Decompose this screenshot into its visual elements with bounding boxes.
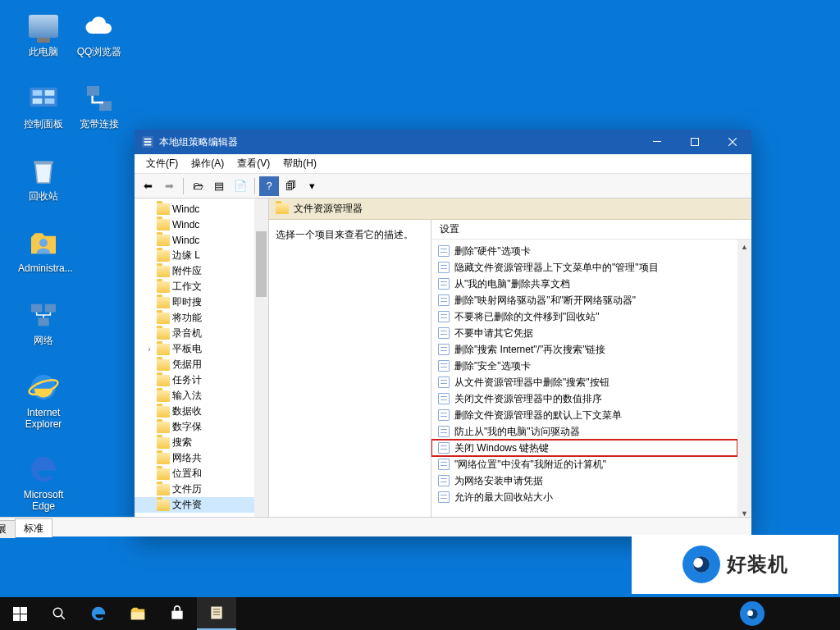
tree-item[interactable]: 数字保 — [135, 419, 254, 435]
policy-row[interactable]: 从文件资源管理器中删除"搜索"按钮 — [431, 374, 737, 390]
properties-button[interactable]: 🗐 — [281, 176, 300, 196]
taskbar-edge[interactable] — [79, 597, 118, 630]
back-button[interactable]: ⬅ — [138, 176, 158, 196]
policy-label: "网络位置"中没有"我附近的计算机" — [454, 458, 606, 472]
tree-scrollbar[interactable] — [254, 199, 268, 520]
desktop-icon-edge[interactable]: Microsoft Edge — [18, 453, 69, 512]
export-button[interactable]: 📄 — [231, 176, 250, 196]
desktop-icon-label: 宽带连接 — [74, 118, 125, 130]
tree-item[interactable]: 任务计 — [135, 372, 254, 388]
minimize-button[interactable] — [638, 130, 676, 154]
taskbar-explorer[interactable] — [118, 597, 158, 630]
desktop-icon-recycle-bin[interactable]: 回收站 — [18, 154, 69, 202]
tree-item-label: 平板电 — [172, 342, 202, 356]
policy-row[interactable]: 为网络安装申请凭据 — [431, 472, 737, 489]
policy-row[interactable]: 删除"安全"选项卡 — [431, 358, 737, 374]
tree-item[interactable]: 边缘 L — [135, 248, 254, 263]
description-prompt: 选择一个项目来查看它的描述。 — [276, 228, 424, 242]
path-header: 文件资源管理器 — [269, 199, 751, 220]
desktop-icon-this-pc[interactable]: 此电脑 — [18, 10, 69, 57]
menu-help[interactable]: 帮助(H) — [276, 155, 323, 172]
tree-item[interactable]: 输入法 — [135, 388, 254, 404]
menu-action[interactable]: 操作(A) — [185, 155, 231, 172]
policy-label: 关闭文件资源管理器中的数值排序 — [454, 392, 602, 406]
scrollbar-thumb[interactable] — [256, 231, 267, 297]
policy-row[interactable]: 删除"搜索 Internet"/"再次搜索"链接 — [431, 341, 737, 358]
policy-icon — [438, 393, 450, 404]
svg-rect-23 — [213, 609, 220, 609]
edge-icon — [27, 453, 60, 486]
show-hide-tree-button[interactable]: ▤ — [209, 176, 229, 196]
desktop-icon-administrator[interactable]: Administra... — [18, 226, 69, 274]
start-button[interactable] — [0, 597, 39, 630]
policy-row[interactable]: 隐藏文件资源管理器上下文菜单中的"管理"项目 — [431, 259, 737, 276]
tree-item[interactable]: 位置和 — [135, 466, 254, 482]
tree-item[interactable]: 数据收 — [135, 404, 254, 419]
list-header[interactable]: 设置 — [431, 220, 751, 240]
watermark-text: 好装机 — [727, 551, 788, 578]
tree-item[interactable]: 工作文 — [135, 279, 254, 294]
policy-row[interactable]: 从"我的电脑"删除共享文档 — [431, 276, 737, 292]
policy-row[interactable]: 删除文件资源管理器的默认上下文菜单 — [431, 407, 737, 423]
policy-row[interactable]: 关闭 Windows 键热键 — [431, 440, 737, 456]
tree-item-label: 数字保 — [172, 420, 202, 434]
search-button[interactable] — [39, 597, 79, 630]
policy-label: 从"我的电脑"删除共享文档 — [454, 277, 570, 291]
policy-icon — [438, 409, 450, 421]
folder-icon — [157, 500, 170, 511]
policy-label: 允许的最大回收站大小 — [454, 491, 553, 504]
help-button[interactable]: ? — [259, 176, 279, 196]
svg-rect-21 — [131, 612, 145, 619]
policy-row[interactable]: 不要将已删除的文件移到"回收站" — [431, 308, 737, 325]
folder-icon — [157, 406, 170, 418]
desktop-icon-network[interactable]: 网络 — [18, 299, 69, 346]
titlebar[interactable]: 本地组策略编辑器 — [135, 130, 751, 154]
tree-item[interactable]: 即时搜 — [135, 294, 254, 310]
svg-rect-22 — [211, 607, 221, 619]
tree-item[interactable]: 搜索 — [135, 435, 254, 450]
taskbar-store[interactable] — [158, 597, 197, 630]
svg-point-20 — [53, 608, 62, 617]
taskbar-gpedit[interactable] — [197, 597, 236, 630]
policy-icon — [438, 360, 450, 372]
tree-item[interactable]: 将功能 — [135, 310, 254, 326]
policy-row[interactable]: 删除"硬件"选项卡 — [431, 243, 737, 259]
desktop-icon-qq-browser[interactable]: QQ浏览器 — [74, 10, 125, 57]
policy-label: 删除"搜索 Internet"/"再次搜索"链接 — [454, 343, 605, 357]
tree-item[interactable]: Windc — [135, 217, 254, 232]
svg-rect-15 — [144, 139, 152, 140]
tree-item[interactable]: 文件历 — [135, 482, 254, 497]
tree-item[interactable]: 凭据用 — [135, 357, 254, 372]
policy-row[interactable]: 关闭文件资源管理器中的数值排序 — [431, 390, 737, 407]
tree-item[interactable]: Windc — [135, 232, 254, 248]
tree-item[interactable]: ›平板电 — [135, 341, 254, 357]
tree-item[interactable]: Windc — [135, 201, 254, 217]
tree-item[interactable]: 网络共 — [135, 450, 254, 466]
svg-rect-11 — [38, 317, 48, 326]
up-button[interactable]: 🗁 — [188, 176, 208, 196]
scroll-up-button[interactable]: ▲ — [737, 240, 751, 253]
policy-row[interactable]: 不要申请其它凭据 — [431, 325, 737, 341]
tab-standard[interactable]: 标准 — [15, 518, 52, 537]
tree-item[interactable]: 附件应 — [135, 263, 254, 279]
close-button[interactable] — [714, 130, 751, 154]
policy-row[interactable]: 防止从"我的电脑"访问驱动器 — [431, 423, 737, 440]
maximize-button[interactable] — [676, 130, 714, 154]
filter-button[interactable]: ▾ — [302, 176, 322, 196]
menu-file[interactable]: 文件(F) — [139, 155, 185, 172]
menu-view[interactable]: 查看(V) — [231, 155, 276, 172]
tree-item-label: 文件历 — [172, 482, 202, 496]
taskbar — [0, 597, 840, 630]
forward-button[interactable]: ➡ — [159, 176, 179, 196]
policy-row[interactable]: "网络位置"中没有"我附近的计算机" — [431, 456, 737, 472]
tab-extended[interactable]: 扩展 — [0, 520, 16, 538]
policy-row[interactable]: 删除"映射网络驱动器"和"断开网络驱动器" — [431, 292, 737, 308]
desktop-icon-broadband[interactable]: 宽带连接 — [74, 82, 125, 130]
policy-row[interactable]: 允许的最大回收站大小 — [431, 489, 737, 505]
desktop-icon-ie[interactable]: Internet Explorer — [18, 371, 69, 430]
desktop-icon-control-panel[interactable]: 控制面板 — [18, 82, 69, 130]
list-scrollbar[interactable]: ▲ ▼ — [737, 240, 751, 520]
tree-item[interactable]: 文件资 — [135, 497, 254, 513]
tree-item[interactable]: 录音机 — [135, 326, 254, 341]
policy-label: 不要将已删除的文件移到"回收站" — [454, 310, 600, 324]
